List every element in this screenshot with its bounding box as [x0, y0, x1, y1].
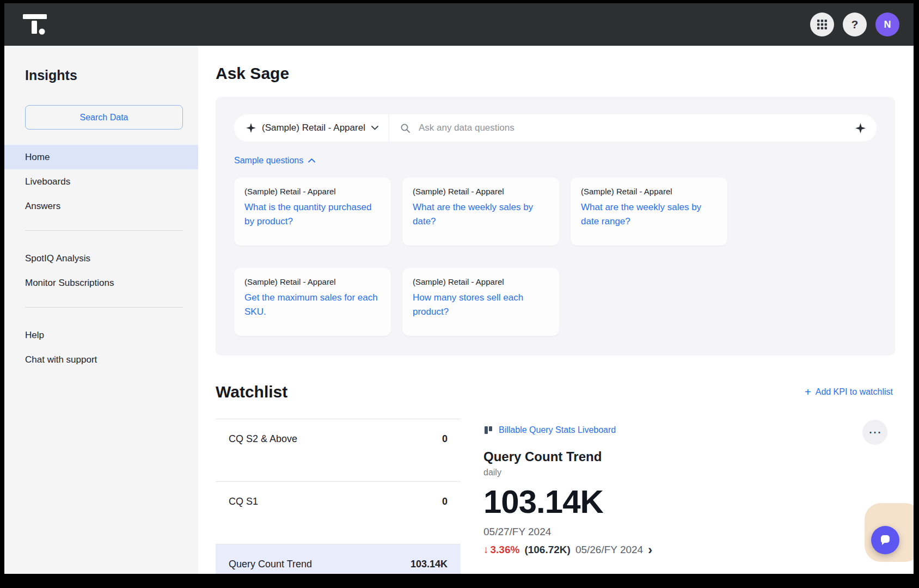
- sample-question-grid: (Sample) Retail - Apparel What is the qu…: [234, 177, 877, 336]
- primary-nav: Home Liveboards Answers: [4, 145, 198, 218]
- change-negative: ↓ 3.36%: [483, 544, 519, 556]
- help-icon[interactable]: ?: [843, 13, 867, 36]
- question-text: What are the weekly sales by date?: [413, 200, 549, 228]
- kpi-value: 103.14K: [411, 559, 448, 570]
- sample-question-card[interactable]: (Sample) Retail - Apparel What are the w…: [571, 177, 727, 246]
- plus-icon: +: [805, 387, 811, 397]
- page-title: Ask Sage: [216, 64, 895, 83]
- kpi-label: Query Count Trend: [229, 559, 312, 570]
- liveboard-link-label: Billable Query Stats Liveboard: [499, 425, 616, 435]
- kpi-primary-date: 05/27/FY 2024: [483, 526, 895, 538]
- down-arrow-icon: ↓: [483, 544, 489, 556]
- nav-label: Answers: [25, 201, 60, 212]
- kpi-row-selected[interactable]: Query Count Trend 103.14K: [216, 544, 461, 574]
- chat-bubble-icon: [879, 534, 892, 547]
- kpi-row[interactable]: CQ S2 & Above 0: [216, 419, 461, 482]
- kpi-change-row: ↓ 3.36% (106.72K) 05/26/FY 2024 ›: [483, 543, 895, 556]
- nav-label: Home: [25, 152, 50, 163]
- sidebar-item-chat-with-support[interactable]: Chat with support: [4, 347, 198, 372]
- sample-question-card[interactable]: (Sample) Retail - Apparel What are the w…: [402, 177, 559, 246]
- liveboard-link[interactable]: Billable Query Stats Liveboard: [483, 425, 616, 435]
- nav-label: Help: [25, 330, 44, 341]
- chevron-down-icon: [371, 126, 378, 130]
- sidebar-item-home[interactable]: Home: [4, 145, 198, 169]
- kpi-value: 0: [442, 496, 448, 507]
- kpi-detail-title: Query Count Trend: [483, 449, 895, 464]
- sage-search-box: [389, 114, 877, 142]
- sidebar-title: Insights: [4, 68, 198, 83]
- chevron-right-icon[interactable]: ›: [648, 543, 652, 556]
- comparison-date: 05/26/FY 2024: [575, 544, 643, 556]
- apps-grid-icon[interactable]: [810, 13, 834, 36]
- change-percent: 3.36%: [491, 544, 520, 556]
- question-source: (Sample) Retail - Apparel: [413, 187, 549, 196]
- kpi-frequency: daily: [483, 468, 895, 477]
- question-text: What are the weekly sales by date range?: [581, 200, 717, 228]
- nav-label: Liveboards: [25, 176, 70, 187]
- kpi-row[interactable]: CQ S1 0: [216, 482, 461, 544]
- divider: [25, 307, 183, 308]
- search-icon: [400, 123, 411, 133]
- sidebar: Insights Search Data Home Liveboards Ans…: [4, 46, 198, 574]
- sidebar-item-monitor-subscriptions[interactable]: Monitor Subscriptions: [4, 271, 198, 295]
- secondary-nav: SpotIQ Analysis Monitor Subscriptions: [4, 246, 198, 295]
- sample-question-card[interactable]: (Sample) Retail - Apparel Get the maximu…: [234, 268, 391, 336]
- kpi-list: CQ S2 & Above 0 CQ S1 0 Query Count Tren…: [216, 419, 461, 574]
- divider: [25, 230, 183, 231]
- nav-label: SpotIQ Analysis: [25, 253, 90, 264]
- ask-sage-card: (Sample) Retail - Apparel: [216, 97, 895, 356]
- sidebar-item-spotiq-analysis[interactable]: SpotIQ Analysis: [4, 246, 198, 271]
- kpi-primary-value: 103.14K: [483, 483, 895, 520]
- chevron-up-icon: [308, 158, 315, 163]
- nav-label: Chat with support: [25, 354, 97, 365]
- sample-questions-label: Sample questions: [234, 156, 303, 166]
- topbar-actions: ? N: [810, 13, 899, 36]
- add-kpi-button[interactable]: + Add KPI to watchlist: [805, 387, 895, 397]
- kpi-detail-panel: Billable Query Stats Liveboard Query Cou…: [461, 419, 895, 574]
- sidebar-item-answers[interactable]: Answers: [4, 194, 198, 218]
- sidebar-item-liveboards[interactable]: Liveboards: [4, 169, 198, 194]
- main-content: Ask Sage (Sample) Retail - Apparel: [198, 46, 914, 574]
- app-window: ? N Insights Search Data Home Liveboards…: [4, 3, 914, 574]
- question-text: Get the maximum sales for each SKU.: [244, 291, 381, 318]
- top-bar: ? N: [4, 3, 914, 46]
- comparison-value: (106.72K): [524, 544, 571, 556]
- sage-search-row: (Sample) Retail - Apparel: [234, 114, 877, 142]
- sample-question-card[interactable]: (Sample) Retail - Apparel What is the qu…: [234, 177, 391, 246]
- sage-question-input[interactable]: [418, 122, 848, 134]
- sample-question-card[interactable]: (Sample) Retail - Apparel How many store…: [402, 268, 559, 336]
- sidebar-item-help[interactable]: Help: [4, 323, 198, 347]
- chat-launcher-button[interactable]: [871, 526, 899, 554]
- search-data-button[interactable]: Search Data: [25, 105, 183, 130]
- add-kpi-label: Add KPI to watchlist: [816, 387, 893, 397]
- question-source: (Sample) Retail - Apparel: [244, 187, 381, 196]
- question-source: (Sample) Retail - Apparel: [413, 277, 549, 286]
- kpi-label: CQ S1: [229, 496, 258, 507]
- liveboard-icon: [483, 425, 493, 435]
- datasource-label: (Sample) Retail - Apparel: [262, 122, 365, 133]
- question-source: (Sample) Retail - Apparel: [581, 187, 717, 196]
- more-menu-button[interactable]: ⋯: [862, 420, 887, 445]
- tertiary-nav: Help Chat with support: [4, 323, 198, 372]
- kpi-value: 0: [442, 433, 448, 445]
- sage-icon: [246, 123, 256, 133]
- watchlist-title: Watchlist: [216, 383, 287, 401]
- watchlist-panel: CQ S2 & Above 0 CQ S1 0 Query Count Tren…: [216, 419, 895, 574]
- sage-submit-icon[interactable]: [855, 123, 866, 133]
- question-text: What is the quantity purchased by produc…: [244, 200, 381, 228]
- question-text: How many stores sell each product?: [413, 291, 549, 318]
- datasource-selector[interactable]: (Sample) Retail - Apparel: [234, 114, 388, 142]
- question-source: (Sample) Retail - Apparel: [244, 277, 381, 286]
- sample-questions-toggle[interactable]: Sample questions: [234, 156, 315, 166]
- nav-label: Monitor Subscriptions: [25, 278, 114, 289]
- user-avatar[interactable]: N: [875, 13, 899, 36]
- watchlist-header: Watchlist + Add KPI to watchlist: [216, 383, 895, 401]
- thoughtspot-logo-icon[interactable]: [21, 12, 49, 37]
- kpi-label: CQ S2 & Above: [229, 433, 297, 445]
